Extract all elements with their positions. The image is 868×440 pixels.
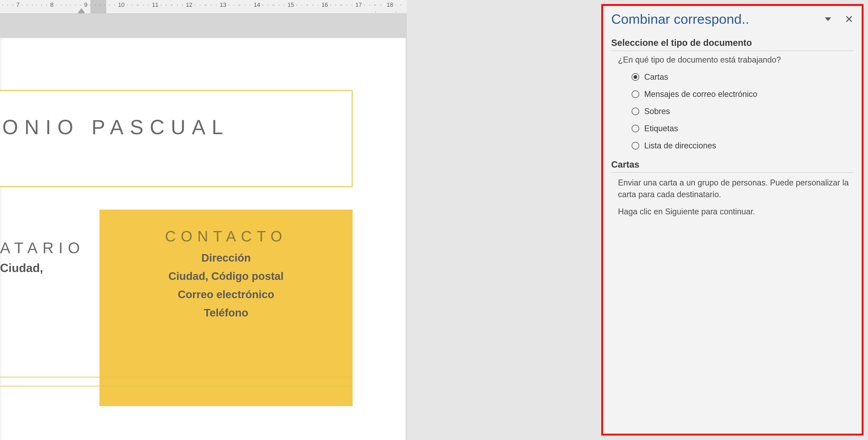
ruler-mark-9: · · ·9· · ·: [68, 0, 104, 13]
recipient-city-line[interactable]: Ciudad,: [0, 261, 86, 275]
document-canvas-area: ONIO PASCUAL ATARIO Ciudad, CONTACTO Dir…: [0, 13, 407, 440]
mail-merge-task-pane: Combinar correspond.. ✕ Seleccione el ti…: [601, 4, 864, 436]
ruler-mark-13: · · ·13· · ·: [204, 0, 243, 13]
task-pane-actions: ✕: [825, 14, 854, 24]
pane-question-text: ¿En qué tipo de documento está trabajand…: [618, 55, 854, 65]
ruler-mark-8: · · ·8· · ·: [34, 0, 70, 13]
ruler-mark-7: · · ·7· · ·: [0, 0, 36, 13]
radio-icon[interactable]: [631, 142, 639, 149]
radio-icon[interactable]: [631, 107, 639, 115]
pane-section1-title: Seleccione el tipo de documento: [611, 38, 854, 51]
contact-line-phone[interactable]: Teléfono: [99, 306, 352, 319]
close-icon[interactable]: ✕: [845, 14, 854, 24]
radio-label: Mensajes de correo electrónico: [644, 90, 757, 99]
radio-option-sobres[interactable]: Sobres: [631, 107, 854, 116]
ruler-mark-14: · · ·14· · ·: [237, 0, 276, 13]
pane-description-2: Haga clic en Siguiente para continuar.: [618, 206, 854, 217]
pane-description-1: Enviar una carta a un grupo de personas.…: [618, 177, 854, 200]
horizontal-ruler[interactable]: · · ·7· · ·· · ·8· · ·· · ·9· · ·· · ·10…: [0, 0, 407, 13]
task-pane-header: Combinar correspond.. ✕: [611, 11, 854, 27]
divider-line-1: [0, 377, 352, 377]
divider-line-2: [0, 386, 352, 386]
letterhead-box: ONIO PASCUAL: [0, 90, 352, 187]
ruler-mark-16: · · ·16· · ·: [305, 0, 344, 13]
contact-line-city-zip[interactable]: Ciudad, Código postal: [99, 270, 352, 282]
radio-icon[interactable]: [631, 73, 639, 81]
canvas-gray-gap: [407, 0, 601, 440]
ruler-mark-17: · · ·17· · ·: [339, 0, 378, 13]
task-pane-title: Combinar correspond..: [611, 11, 749, 27]
ruler-mark-15: · · ·15· · ·: [271, 0, 310, 13]
contact-card-title: CONTACTO: [99, 228, 352, 245]
radio-option-mensajes-de-correo-electr-nico[interactable]: Mensajes de correo electrónico: [631, 90, 854, 99]
document-page[interactable]: ONIO PASCUAL ATARIO Ciudad, CONTACTO Dir…: [0, 38, 406, 440]
recipient-title-partial[interactable]: ATARIO: [0, 239, 86, 257]
radio-option-lista-de-direcciones[interactable]: Lista de direcciones: [631, 141, 854, 150]
indent-marker-icon[interactable]: [78, 8, 85, 12]
radio-label: Sobres: [644, 107, 670, 116]
radio-option-cartas[interactable]: Cartas: [631, 72, 854, 82]
radio-label: Cartas: [644, 72, 668, 82]
letterhead-name[interactable]: ONIO PASCUAL: [0, 116, 352, 139]
app-root: · · ·7· · ·· · ·8· · ·· · ·9· · ·· · ·10…: [0, 0, 868, 440]
contact-line-email[interactable]: Correo electrónico: [99, 288, 352, 301]
radio-label: Lista de direcciones: [644, 141, 716, 150]
contact-line-address[interactable]: Dirección: [99, 251, 352, 264]
ruler-mark-12: · · ·12· · ·: [169, 0, 209, 13]
ruler-mark-11: · · ·11· · ·: [135, 0, 175, 13]
chevron-down-icon[interactable]: [825, 18, 831, 21]
recipient-block: ATARIO Ciudad,: [0, 239, 86, 275]
ruler-mark-10: · · ·10· · ·: [102, 0, 141, 13]
radio-option-etiquetas[interactable]: Etiquetas: [631, 124, 854, 133]
document-type-radio-group: CartasMensajes de correo electrónicoSobr…: [631, 72, 854, 150]
radio-icon[interactable]: [631, 125, 639, 132]
ruler-mark-18: · · ·18· · ·: [373, 0, 407, 13]
radio-label: Etiquetas: [644, 124, 678, 133]
pane-section2-title: Cartas: [611, 160, 854, 173]
radio-icon[interactable]: [631, 90, 639, 98]
